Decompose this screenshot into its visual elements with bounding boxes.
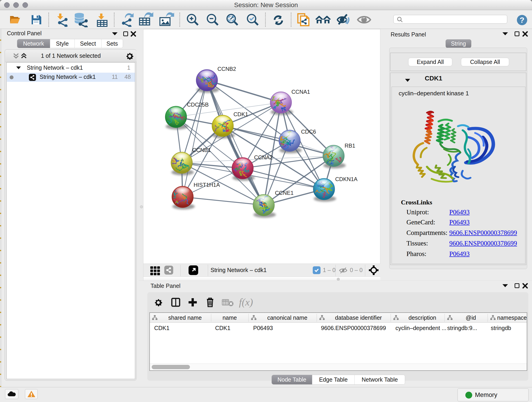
svg-text:CCNE1: CCNE1: [275, 190, 293, 196]
svg-text:CCNB2: CCNB2: [217, 66, 236, 72]
svg-text:CCNB1: CCNB1: [192, 147, 211, 153]
svg-text:CCNA2: CCNA2: [254, 154, 273, 160]
svg-text:HIST1H1A: HIST1H1A: [194, 182, 220, 188]
svg-text:CDK1: CDK1: [234, 111, 248, 117]
svg-text:CDC25B: CDC25B: [187, 102, 209, 108]
svg-text:CDC6: CDC6: [301, 128, 316, 135]
svg-text:CDKN1A: CDKN1A: [335, 176, 357, 182]
svg-text:RB1: RB1: [345, 143, 355, 149]
svg-text:CCNA1: CCNA1: [291, 89, 310, 95]
